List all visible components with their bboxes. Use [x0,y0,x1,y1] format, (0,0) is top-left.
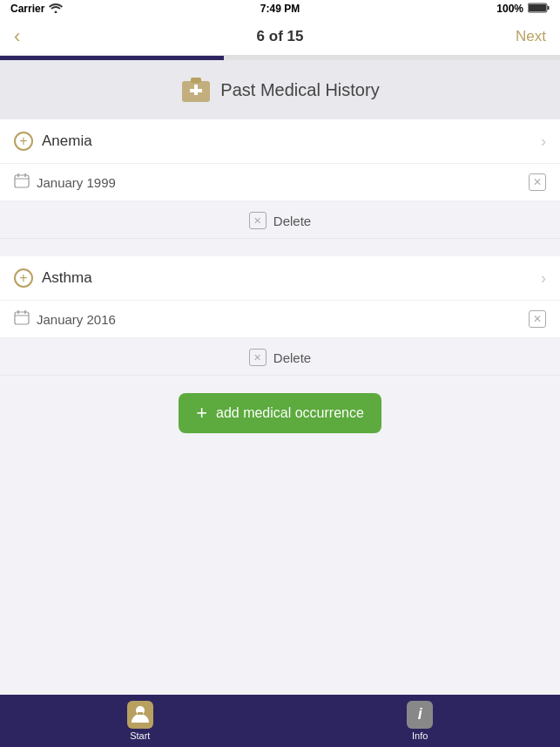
tab-start[interactable]: Start [127,702,153,741]
svg-rect-3 [529,4,546,11]
section-header: Past Medical History [0,60,560,119]
asthma-date-row: January 2016 ✕ [0,301,560,338]
anemia-delete-x-icon: ✕ [249,212,267,229]
info-tab-icon: i [407,702,433,728]
carrier-label: Carrier [10,3,44,15]
asthma-date-text: January 2016 [37,312,116,327]
asthma-chevron-icon: › [541,269,546,288]
status-bar: Carrier 7:49 PM 100% [0,0,560,17]
record-group-anemia: + Anemia › January 1999 ✕ [0,119,560,201]
svg-rect-8 [15,175,29,187]
asthma-record-left: + Asthma [14,268,92,288]
asthma-record-name: Asthma [42,269,92,287]
anemia-date-row: January 1999 ✕ [0,164,560,201]
anemia-date-clear-button[interactable]: ✕ [529,173,546,191]
status-time: 7:49 PM [260,3,300,15]
svg-point-0 [55,10,57,13]
asthma-delete-row[interactable]: ✕ Delete [0,340,560,376]
add-label: add medical occurrence [216,405,364,421]
next-button[interactable]: Next [516,28,546,45]
section-title: Past Medical History [220,80,379,100]
anemia-chevron-icon: › [541,132,546,151]
svg-rect-17 [138,712,143,715]
wifi-icon [49,3,63,16]
asthma-delete-label: Delete [273,350,311,365]
asthma-circle-plus-icon: + [14,268,33,288]
anemia-record-name: Anemia [42,132,92,150]
add-section: + add medical occurrence [0,376,560,451]
add-plus-icon: + [196,404,207,423]
asthma-date-clear-button[interactable]: ✕ [529,310,546,328]
info-tab-label: Info [412,730,428,741]
anemia-delete-label: Delete [273,214,311,228]
group-spacer [0,239,560,256]
nav-title: 6 of 15 [257,28,304,45]
anemia-record-left: + Anemia [14,132,92,151]
anemia-circle-plus-icon: + [14,132,33,151]
asthma-delete-x-icon: ✕ [249,349,267,366]
svg-rect-7 [190,89,202,92]
tab-bar: Start i Info [0,695,560,747]
anemia-date-left: January 1999 [14,173,116,192]
anemia-calendar-icon [14,173,30,192]
nav-bar: ‹ 6 of 15 Next [0,17,560,56]
asthma-calendar-icon [14,309,30,329]
start-tab-icon [127,702,153,728]
back-button[interactable]: ‹ [14,25,20,48]
status-left: Carrier [10,3,63,16]
anemia-delete-row[interactable]: ✕ Delete [0,203,560,239]
anemia-date-text: January 1999 [37,175,116,190]
svg-rect-5 [191,78,201,83]
battery-icon [528,3,550,16]
battery-label: 100% [496,3,523,15]
start-tab-label: Start [130,730,150,741]
person-icon [127,701,153,729]
status-right: 100% [496,3,550,16]
anemia-record-row[interactable]: + Anemia › [0,119,560,164]
asthma-record-row[interactable]: + Asthma › [0,256,560,301]
add-medical-occurrence-button[interactable]: + add medical occurrence [179,393,381,433]
section-header-icon [180,74,212,105]
asthma-date-left: January 2016 [14,309,116,329]
record-group-asthma: + Asthma › January 2016 ✕ [0,256,560,338]
info-icon: i [407,701,433,729]
svg-rect-2 [548,6,550,10]
tab-info[interactable]: i Info [407,702,433,741]
svg-rect-12 [15,312,29,324]
